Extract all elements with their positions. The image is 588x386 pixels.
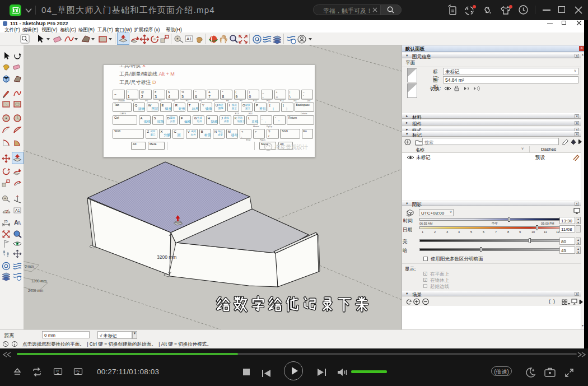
svg-text:A: A [17, 220, 21, 226]
svg-text:0 mm: 0 mm [25, 264, 34, 268]
svg-text:A1: A1 [186, 36, 192, 41]
svg-text:PG: PG [76, 369, 80, 373]
svg-text:2400 mm: 2400 mm [28, 289, 43, 292]
svg-text:3200 mm: 3200 mm [157, 254, 176, 260]
svg-text:A1: A1 [15, 208, 20, 212]
svg-text:1200 mm: 1200 mm [31, 279, 46, 283]
svg-text:25: 25 [4, 220, 8, 223]
svg-text:TV: TV [55, 369, 59, 373]
